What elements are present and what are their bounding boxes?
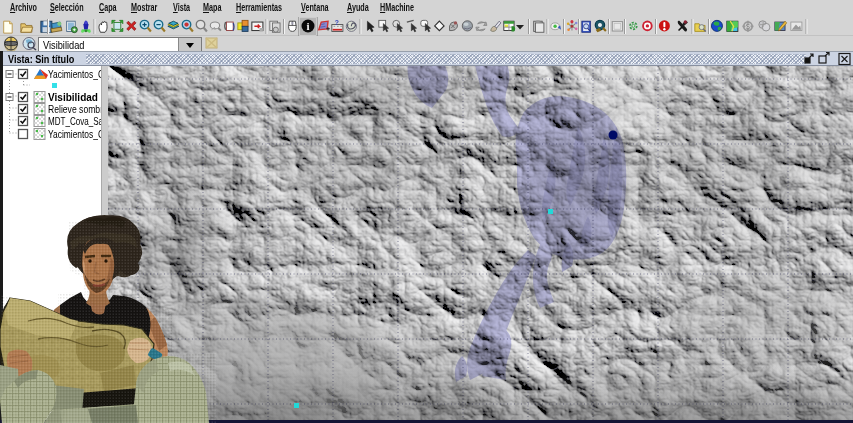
svg-text:Visibilidad: Visibilidad xyxy=(48,91,98,103)
svg-text:Yacimientos_C: Yacimientos_C xyxy=(48,128,101,140)
svg-text:Yacimientos_C: Yacimientos_C xyxy=(48,68,101,80)
svg-text:?: ? xyxy=(335,19,339,26)
svg-text:$: $ xyxy=(746,23,750,30)
svg-text:Relieve sombr: Relieve sombr xyxy=(48,103,101,115)
svg-text:MDT_Cova_Sa: MDT_Cova_Sa xyxy=(48,115,101,127)
svg-text:i: i xyxy=(306,20,309,32)
